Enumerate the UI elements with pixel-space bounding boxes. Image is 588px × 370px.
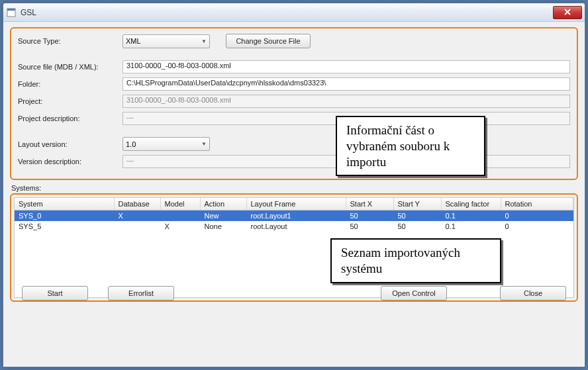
layout-version-label: Layout version: xyxy=(18,140,122,148)
app-icon xyxy=(6,7,17,18)
column-header[interactable]: System xyxy=(15,198,114,210)
close-icon xyxy=(564,9,571,17)
layout-version-dropdown[interactable]: 1.0 ▼ xyxy=(122,137,210,151)
table-cell: 50 xyxy=(346,210,393,222)
errorlist-button[interactable]: Errorlist xyxy=(108,286,174,301)
footer: Start Errorlist Open Control Close xyxy=(3,286,585,301)
table-cell xyxy=(114,221,160,232)
source-file-input[interactable]: 3100-0000_-00-f8-003-0008.xml xyxy=(122,60,570,73)
systems-callout: Seznam importovaných systému xyxy=(330,238,501,283)
source-type-label: Source Type: xyxy=(18,37,122,45)
table-cell: 50 xyxy=(393,210,441,222)
table-cell: X xyxy=(160,221,200,232)
info-callout: Informační část o vybraném souboru k imp… xyxy=(336,116,485,176)
folder-input[interactable]: C:\HLSProgramData\UserData\dzcpnym\hlssk… xyxy=(122,77,570,91)
source-info-box: Source Type: XML ▼ Change Source File So… xyxy=(10,27,578,180)
source-file-label: Source file (MDB / XML): xyxy=(18,63,122,71)
table-cell: SYS_5 xyxy=(15,221,114,232)
systems-table[interactable]: SystemDatabaseModelActionLayout FrameSta… xyxy=(15,198,573,232)
table-cell xyxy=(160,210,200,222)
table-cell: 50 xyxy=(393,221,441,232)
column-header[interactable]: Model xyxy=(160,198,200,210)
chevron-down-icon: ▼ xyxy=(201,38,207,44)
open-control-button[interactable]: Open Control xyxy=(381,286,447,301)
source-type-dropdown[interactable]: XML ▼ xyxy=(122,34,210,48)
content-area: Source Type: XML ▼ Change Source File So… xyxy=(3,22,585,306)
column-header[interactable]: Action xyxy=(200,198,246,210)
column-header[interactable]: Scaling factor xyxy=(441,198,501,210)
table-cell: X xyxy=(114,210,160,222)
source-type-value: XML xyxy=(126,37,141,45)
table-cell: New xyxy=(200,210,246,222)
start-button[interactable]: Start xyxy=(22,286,88,301)
column-header[interactable]: Start X xyxy=(346,198,393,210)
project-desc-label: Project description: xyxy=(18,115,122,122)
project-input: 3100-0000_-00-f8-003-0008.xml xyxy=(122,95,570,108)
window-title: GSL xyxy=(21,8,553,17)
column-header[interactable]: Layout Frame xyxy=(246,198,346,210)
systems-label: Systems: xyxy=(11,184,578,192)
window-close-button[interactable] xyxy=(553,6,582,19)
folder-label: Folder: xyxy=(18,80,122,88)
table-cell: root.Layout1 xyxy=(246,210,346,222)
table-cell: 0 xyxy=(501,210,573,222)
table-cell: 0.1 xyxy=(441,210,501,222)
table-cell: None xyxy=(200,221,246,232)
column-header[interactable]: Database xyxy=(114,198,160,210)
close-button[interactable]: Close xyxy=(500,286,566,301)
table-row[interactable]: SYS_5XNoneroot.Layout50500.10 xyxy=(15,221,573,232)
table-cell: 50 xyxy=(346,221,393,232)
column-header[interactable]: Start Y xyxy=(393,198,441,210)
change-source-file-button[interactable]: Change Source File xyxy=(226,34,311,48)
table-row[interactable]: SYS_0XNewroot.Layout150500.10 xyxy=(15,210,573,222)
layout-version-value: 1.0 xyxy=(126,140,136,148)
version-desc-label: Version description: xyxy=(18,158,122,165)
column-header[interactable]: Rotation xyxy=(501,198,573,210)
svg-rect-1 xyxy=(7,9,15,11)
titlebar: GSL xyxy=(3,3,585,22)
chevron-down-icon: ▼ xyxy=(201,141,207,147)
table-cell: root.Layout xyxy=(246,221,346,232)
table-cell: 0.1 xyxy=(441,221,501,232)
app-window: GSL Source Type: XML ▼ Change Source Fil… xyxy=(3,3,585,367)
table-cell: 0 xyxy=(501,221,573,232)
table-cell: SYS_0 xyxy=(15,210,114,222)
project-label: Project: xyxy=(18,97,122,105)
